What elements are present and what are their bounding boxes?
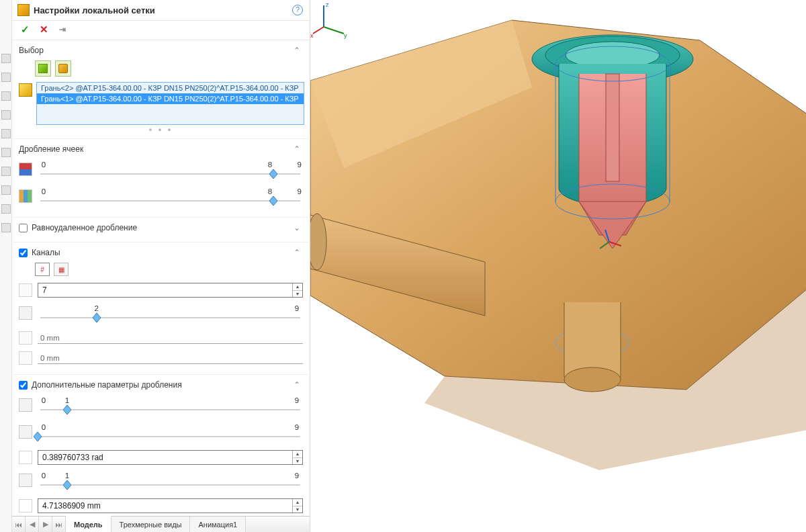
list-resize-grip[interactable]: ● ● ● (17, 125, 304, 133)
channel-height-value[interactable]: 0 mm (38, 332, 303, 344)
tab-nav-last[interactable]: ⏭ (52, 517, 66, 532)
chevron-up-icon[interactable]: ⌃ (291, 144, 303, 154)
selection-type-icon (19, 83, 32, 97)
channel-width-value[interactable]: 0 mm (38, 352, 303, 364)
selection-item[interactable]: Грань<2> @AT.P15-364.00.00 - КЗР DN15 PN… (37, 83, 304, 93)
panel-body: Выбор ⌃ Грань<2> @AT.P15-364.00.00 - КЗР… (12, 40, 310, 516)
strip-icon[interactable] (1, 73, 11, 82)
section-selection: Выбор ⌃ Грань<2> @AT.P15-364.00.00 - КЗР… (13, 40, 308, 139)
strip-icon[interactable] (1, 110, 11, 120)
slider-max: 9 (275, 187, 302, 195)
slider-value: 8 (265, 161, 275, 169)
extra-checkbox[interactable] (19, 381, 28, 390)
channel-width-icon (19, 351, 32, 365)
property-panel: Настройки локальной сетки ? ✓ ✕ ⇥ Выбор … (12, 0, 310, 532)
tab-animation[interactable]: Анимация1 (190, 517, 246, 532)
strip-icon[interactable] (1, 185, 11, 195)
extra-slider-2[interactable]: 0 9 (38, 423, 303, 441)
strip-icon[interactable] (1, 129, 11, 138)
section-title: Дробление ячеек (19, 144, 83, 154)
svg-marker-3 (63, 405, 71, 414)
spin-up[interactable]: ▲ (293, 451, 302, 458)
tab-3dviews[interactable]: Трехмерные виды (111, 517, 191, 532)
slider-max: 9 (292, 472, 302, 480)
slider-min: 0 (39, 161, 48, 169)
help-icon[interactable]: ? (292, 5, 303, 15)
selection-item[interactable]: Грань<1> @AT.P15-364.00.00 - КЗР DN15 PN… (37, 93, 304, 104)
channel-count-icon (19, 283, 32, 297)
strip-icon[interactable] (1, 167, 11, 176)
selection-list[interactable]: Грань<2> @AT.P15-364.00.00 - КЗР DN15 PN… (36, 82, 304, 125)
tab-nav-first[interactable]: ⏮ (12, 517, 26, 532)
slider-value: 1 (62, 396, 72, 404)
spin-up[interactable]: ▲ (293, 283, 302, 291)
tab-model[interactable]: Модель (66, 516, 111, 532)
refine-slider-2[interactable]: 0 8 9 (38, 187, 303, 205)
confirm-button[interactable]: ✓ (19, 24, 31, 36)
extra-slider-3[interactable]: 0 1 9 (38, 472, 303, 489)
tolerance-length-icon (19, 499, 32, 513)
spin-down[interactable]: ▼ (293, 291, 302, 298)
angle-input[interactable]: ▲▼ (38, 450, 303, 465)
channel-mode-grid-button[interactable]: ▦ (54, 263, 69, 276)
slider-max: 9 (292, 304, 302, 312)
channel-refine-icon (19, 306, 32, 320)
mesh-settings-icon (17, 4, 30, 16)
svg-point-8 (564, 367, 621, 392)
svg-point-6 (310, 214, 326, 270)
tolerance-length-field[interactable] (38, 499, 292, 513)
bottom-tab-bar: ⏮ ◀ ▶ ⏭ Модель Трехмерные виды Анимация1 (12, 516, 310, 532)
channels-checkbox[interactable] (19, 249, 28, 257)
tab-nav-prev[interactable]: ◀ (26, 517, 39, 532)
partial-refine-icon (19, 189, 32, 203)
tab-nav-next[interactable]: ▶ (39, 517, 52, 532)
strip-icon[interactable] (1, 148, 11, 157)
strip-icon[interactable] (1, 223, 11, 232)
refine-slider-1[interactable]: 0 8 9 (38, 161, 303, 178)
spin-down[interactable]: ▼ (293, 458, 302, 465)
spin-down[interactable]: ▼ (293, 506, 302, 513)
strip-icon[interactable] (1, 91, 11, 101)
channel-refine-slider[interactable]: 2 9 (38, 304, 303, 322)
channel-count-input[interactable]: ▲▼ (38, 283, 303, 298)
section-header[interactable]: Дополнительные параметры дробления ⌃ (17, 378, 304, 394)
angle-field[interactable] (38, 451, 292, 464)
pin-button[interactable]: ⇥ (56, 24, 69, 36)
svg-marker-1 (269, 196, 277, 206)
orientation-triad[interactable]: z y x (310, 0, 351, 40)
chevron-up-icon[interactable]: ⌃ (291, 248, 303, 257)
chevron-up-icon[interactable]: ⌃ (291, 380, 303, 390)
section-header[interactable]: Каналы ⌃ (17, 245, 304, 261)
curvature-refine-icon (19, 425, 32, 439)
channel-mode-number-button[interactable]: # (35, 263, 50, 276)
slider-max: 9 (292, 396, 302, 404)
slider-value: 2 (92, 304, 101, 312)
axis-z-label: z (326, 1, 329, 8)
graphics-viewport[interactable]: z y x (310, 0, 806, 532)
cancel-button[interactable]: ✕ (38, 24, 50, 36)
channel-count-field[interactable] (38, 283, 292, 297)
extra-slider-1[interactable]: 0 1 9 (38, 396, 303, 414)
section-header[interactable]: Выбор ⌃ (17, 43, 304, 59)
axis-x-label: x (310, 32, 314, 39)
section-header[interactable]: Равноудаленное дробление ⌄ (17, 220, 304, 236)
section-extra: Дополнительные параметры дробления ⌃ 0 1… (13, 375, 308, 516)
select-face-button[interactable] (55, 60, 71, 77)
svg-marker-0 (269, 169, 277, 179)
equidistant-checkbox[interactable] (19, 224, 28, 232)
spin-up[interactable]: ▲ (293, 499, 302, 506)
angle-icon (19, 451, 32, 464)
select-body-button[interactable] (35, 60, 51, 77)
panel-header: Настройки локальной сетки ? (12, 0, 310, 21)
left-icon-strip (0, 0, 12, 532)
strip-icon[interactable] (1, 204, 11, 214)
svg-rect-12 (606, 74, 619, 181)
section-channels: Каналы ⌃ # ▦ ▲▼ 2 9 (13, 242, 308, 375)
selection-filter-buttons (17, 59, 304, 82)
tolerance-length-input[interactable]: ▲▼ (38, 498, 303, 513)
slider-min: 0 (39, 472, 48, 480)
section-header[interactable]: Дробление ячеек ⌃ (17, 142, 304, 158)
chevron-up-icon[interactable]: ⌃ (291, 46, 303, 55)
chevron-down-icon[interactable]: ⌄ (291, 223, 303, 232)
strip-icon[interactable] (1, 54, 11, 63)
